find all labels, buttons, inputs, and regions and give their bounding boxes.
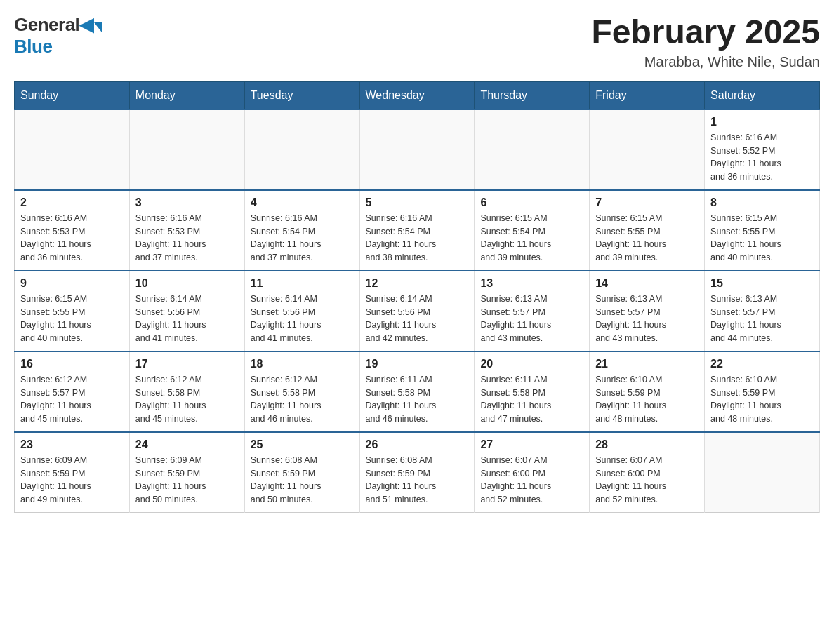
calendar-week-row: 1Sunrise: 6:16 AM Sunset: 5:52 PM Daylig…: [15, 109, 820, 190]
day-number: 3: [135, 196, 239, 209]
logo: General◀ Blue: [14, 14, 102, 58]
day-info: Sunrise: 6:15 AM Sunset: 5:55 PM Dayligh…: [20, 293, 124, 345]
day-info: Sunrise: 6:11 AM Sunset: 5:58 PM Dayligh…: [366, 373, 469, 426]
day-info: Sunrise: 6:12 AM Sunset: 5:57 PM Dayligh…: [20, 373, 124, 426]
day-info: Sunrise: 6:14 AM Sunset: 5:56 PM Dayligh…: [366, 293, 469, 345]
calendar-cell: 28Sunrise: 6:07 AM Sunset: 6:00 PM Dayli…: [590, 432, 705, 513]
calendar-cell: 5Sunrise: 6:16 AM Sunset: 5:54 PM Daylig…: [359, 190, 475, 271]
day-number: 19: [366, 358, 469, 370]
calendar-cell: 12Sunrise: 6:14 AM Sunset: 5:56 PM Dayli…: [359, 271, 475, 351]
calendar-week-row: 16Sunrise: 6:12 AM Sunset: 5:57 PM Dayli…: [15, 351, 820, 432]
calendar-cell: [359, 109, 475, 190]
day-number: 14: [595, 277, 699, 290]
day-number: 4: [251, 196, 354, 209]
day-number: 28: [595, 438, 699, 451]
calendar-cell: 10Sunrise: 6:14 AM Sunset: 5:56 PM Dayli…: [129, 271, 244, 351]
logo-arrow-icon: [94, 22, 102, 32]
calendar-cell: 2Sunrise: 6:16 AM Sunset: 5:53 PM Daylig…: [15, 190, 130, 271]
day-number: 26: [366, 438, 469, 451]
page-header: General◀ Blue February 2025 Marabba, Whi…: [14, 14, 820, 70]
day-info: Sunrise: 6:12 AM Sunset: 5:58 PM Dayligh…: [251, 373, 354, 426]
day-info: Sunrise: 6:10 AM Sunset: 5:59 PM Dayligh…: [595, 373, 699, 426]
calendar-cell: 23Sunrise: 6:09 AM Sunset: 5:59 PM Dayli…: [15, 432, 130, 513]
calendar-cell: 25Sunrise: 6:08 AM Sunset: 5:59 PM Dayli…: [244, 432, 359, 513]
calendar-cell: 13Sunrise: 6:13 AM Sunset: 5:57 PM Dayli…: [475, 271, 590, 351]
day-number: 25: [251, 438, 354, 451]
location-title: Marabba, White Nile, Sudan: [591, 54, 820, 70]
calendar-week-row: 2Sunrise: 6:16 AM Sunset: 5:53 PM Daylig…: [15, 190, 820, 271]
day-number: 24: [135, 438, 239, 451]
day-info: Sunrise: 6:16 AM Sunset: 5:53 PM Dayligh…: [135, 212, 239, 264]
day-number: 23: [20, 438, 124, 451]
calendar-cell: 14Sunrise: 6:13 AM Sunset: 5:57 PM Dayli…: [590, 271, 705, 351]
day-number: 17: [135, 358, 239, 370]
calendar-cell: 15Sunrise: 6:13 AM Sunset: 5:57 PM Dayli…: [705, 271, 820, 351]
day-info: Sunrise: 6:13 AM Sunset: 5:57 PM Dayligh…: [595, 293, 699, 345]
calendar-cell: 20Sunrise: 6:11 AM Sunset: 5:58 PM Dayli…: [475, 351, 590, 432]
calendar-cell: 1Sunrise: 6:16 AM Sunset: 5:52 PM Daylig…: [705, 109, 820, 190]
calendar-cell: 9Sunrise: 6:15 AM Sunset: 5:55 PM Daylig…: [15, 271, 130, 351]
calendar-cell: 22Sunrise: 6:10 AM Sunset: 5:59 PM Dayli…: [705, 351, 820, 432]
day-number: 18: [251, 358, 354, 370]
logo-general-black: General: [14, 14, 79, 35]
calendar-cell: [475, 109, 590, 190]
logo-general-blue: ◀: [79, 14, 93, 35]
day-info: Sunrise: 6:16 AM Sunset: 5:54 PM Dayligh…: [366, 212, 469, 264]
calendar-cell: 16Sunrise: 6:12 AM Sunset: 5:57 PM Dayli…: [15, 351, 130, 432]
calendar-table: SundayMondayTuesdayWednesdayThursdayFrid…: [14, 81, 820, 513]
day-number: 7: [595, 196, 699, 209]
calendar-cell: 18Sunrise: 6:12 AM Sunset: 5:58 PM Dayli…: [244, 351, 359, 432]
calendar-cell: 3Sunrise: 6:16 AM Sunset: 5:53 PM Daylig…: [129, 190, 244, 271]
calendar-cell: 19Sunrise: 6:11 AM Sunset: 5:58 PM Dayli…: [359, 351, 475, 432]
calendar-week-row: 9Sunrise: 6:15 AM Sunset: 5:55 PM Daylig…: [15, 271, 820, 351]
logo-general-text: General◀: [14, 14, 93, 36]
day-info: Sunrise: 6:10 AM Sunset: 5:59 PM Dayligh…: [710, 373, 814, 426]
calendar-week-row: 23Sunrise: 6:09 AM Sunset: 5:59 PM Dayli…: [15, 432, 820, 513]
calendar-cell: 11Sunrise: 6:14 AM Sunset: 5:56 PM Dayli…: [244, 271, 359, 351]
day-number: 1: [710, 116, 814, 128]
day-info: Sunrise: 6:16 AM Sunset: 5:53 PM Dayligh…: [20, 212, 124, 264]
day-number: 27: [480, 438, 583, 451]
day-info: Sunrise: 6:15 AM Sunset: 5:54 PM Dayligh…: [480, 212, 583, 264]
day-number: 13: [480, 277, 583, 290]
day-number: 16: [20, 358, 124, 370]
day-number: 9: [20, 277, 124, 290]
day-info: Sunrise: 6:12 AM Sunset: 5:58 PM Dayligh…: [135, 373, 239, 426]
day-info: Sunrise: 6:09 AM Sunset: 5:59 PM Dayligh…: [20, 454, 124, 507]
day-info: Sunrise: 6:07 AM Sunset: 6:00 PM Dayligh…: [595, 454, 699, 507]
calendar-cell: [705, 432, 820, 513]
weekday-header-wednesday: Wednesday: [359, 81, 475, 109]
day-info: Sunrise: 6:14 AM Sunset: 5:56 PM Dayligh…: [135, 293, 239, 345]
weekday-header-tuesday: Tuesday: [244, 81, 359, 109]
day-number: 10: [135, 277, 239, 290]
calendar-cell: 8Sunrise: 6:15 AM Sunset: 5:55 PM Daylig…: [705, 190, 820, 271]
day-info: Sunrise: 6:16 AM Sunset: 5:54 PM Dayligh…: [251, 212, 354, 264]
calendar-cell: 17Sunrise: 6:12 AM Sunset: 5:58 PM Dayli…: [129, 351, 244, 432]
day-number: 21: [595, 358, 699, 370]
weekday-header-friday: Friday: [590, 81, 705, 109]
day-number: 6: [480, 196, 583, 209]
calendar-cell: [244, 109, 359, 190]
calendar-cell: [590, 109, 705, 190]
day-info: Sunrise: 6:09 AM Sunset: 5:59 PM Dayligh…: [135, 454, 239, 507]
weekday-header-sunday: Sunday: [15, 81, 130, 109]
day-number: 8: [710, 196, 814, 209]
day-number: 12: [366, 277, 469, 290]
calendar-cell: [15, 109, 130, 190]
day-info: Sunrise: 6:08 AM Sunset: 5:59 PM Dayligh…: [251, 454, 354, 507]
month-title: February 2025: [591, 14, 820, 51]
calendar-cell: 4Sunrise: 6:16 AM Sunset: 5:54 PM Daylig…: [244, 190, 359, 271]
calendar-cell: 26Sunrise: 6:08 AM Sunset: 5:59 PM Dayli…: [359, 432, 475, 513]
calendar-cell: 24Sunrise: 6:09 AM Sunset: 5:59 PM Dayli…: [129, 432, 244, 513]
calendar-header-row: SundayMondayTuesdayWednesdayThursdayFrid…: [15, 81, 820, 109]
day-info: Sunrise: 6:14 AM Sunset: 5:56 PM Dayligh…: [251, 293, 354, 345]
title-area: February 2025 Marabba, White Nile, Sudan: [591, 14, 820, 70]
day-number: 5: [366, 196, 469, 209]
day-info: Sunrise: 6:15 AM Sunset: 5:55 PM Dayligh…: [595, 212, 699, 264]
day-info: Sunrise: 6:15 AM Sunset: 5:55 PM Dayligh…: [710, 212, 814, 264]
day-info: Sunrise: 6:13 AM Sunset: 5:57 PM Dayligh…: [480, 293, 583, 345]
day-number: 2: [20, 196, 124, 209]
calendar-cell: [129, 109, 244, 190]
day-info: Sunrise: 6:16 AM Sunset: 5:52 PM Dayligh…: [710, 131, 814, 184]
day-number: 15: [710, 277, 814, 290]
